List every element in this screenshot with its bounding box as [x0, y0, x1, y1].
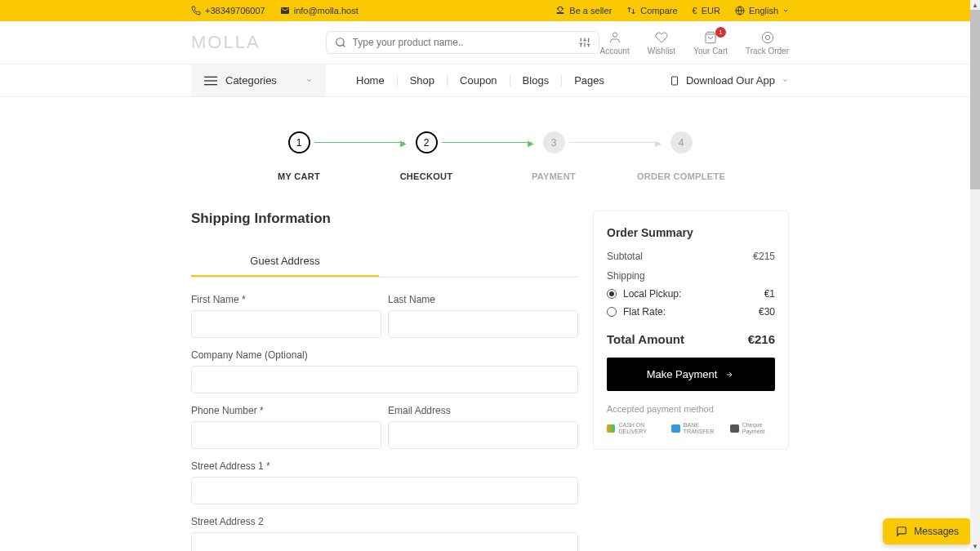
- step-number: 2: [416, 131, 438, 153]
- account-link[interactable]: Account: [600, 30, 630, 56]
- step-number: 3: [543, 131, 565, 153]
- track-label: Track Order: [746, 47, 789, 56]
- compare-link[interactable]: Compare: [626, 6, 677, 16]
- euro-icon: €: [693, 6, 697, 16]
- email-link[interactable]: info@molla.host: [280, 6, 359, 16]
- mail-icon: [280, 6, 290, 16]
- phone-label: Phone Number *: [191, 405, 381, 416]
- shipping-form: Shipping Information Guest Address First…: [191, 211, 578, 551]
- street2-label: Street Address 2: [191, 516, 578, 527]
- nav-shop[interactable]: Shop: [398, 74, 448, 87]
- menu-icon: [204, 76, 217, 86]
- arrow-icon: ▶: [528, 139, 534, 148]
- nav-home[interactable]: Home: [344, 74, 398, 87]
- step-connector: [314, 142, 404, 143]
- shipping-local-pickup[interactable]: Local Pickup: €1: [607, 285, 775, 303]
- main-nav: Categories Home Shop Coupon Blogs Pages …: [0, 64, 980, 97]
- email-input[interactable]: [388, 421, 578, 449]
- download-label: Download Our App: [686, 74, 775, 87]
- option-value: €1: [764, 288, 775, 300]
- shipping-title: Shipping Information: [191, 211, 578, 227]
- messages-button[interactable]: Messages: [883, 518, 972, 544]
- make-payment-button[interactable]: Make Payment: [607, 358, 775, 391]
- seller-icon: [555, 6, 565, 16]
- scroll-thumb[interactable]: [970, 10, 980, 189]
- categories-label: Categories: [225, 74, 277, 87]
- messages-label: Messages: [914, 526, 959, 537]
- step-label: MY CART: [278, 171, 320, 181]
- search-input[interactable]: [353, 37, 572, 48]
- mobile-icon: [670, 74, 679, 87]
- language-selector[interactable]: English: [735, 6, 789, 16]
- track-icon: [761, 31, 774, 44]
- pm-label: Cheque Payment: [742, 422, 775, 434]
- compare-icon: [626, 6, 636, 16]
- search-box[interactable]: [326, 31, 599, 54]
- company-label: Company Name (Optional): [191, 349, 578, 361]
- bank-icon: [671, 424, 679, 433]
- cart-link[interactable]: 1 Your Cart: [693, 30, 728, 56]
- logo-text: MOLLA: [191, 32, 261, 52]
- download-app-link[interactable]: Download Our App: [670, 74, 789, 87]
- chevron-down-icon: [782, 7, 789, 14]
- svg-point-13: [612, 33, 617, 37]
- currency-text: EUR: [702, 6, 720, 16]
- compare-text: Compare: [640, 6, 677, 16]
- nav-pages[interactable]: Pages: [562, 74, 617, 87]
- svg-rect-20: [671, 77, 677, 85]
- scroll-down-icon[interactable]: ▼: [970, 541, 980, 551]
- first-name-input[interactable]: [191, 310, 381, 338]
- subtotal-label: Subtotal: [607, 251, 643, 262]
- nav-blogs[interactable]: Blogs: [510, 74, 563, 87]
- step-checkout[interactable]: 2 CHECKOUT ▶: [363, 131, 490, 181]
- svg-point-2: [336, 38, 343, 46]
- arrow-icon: ▶: [655, 139, 662, 148]
- account-label: Account: [600, 47, 630, 56]
- be-seller-link[interactable]: Be a seller: [555, 6, 612, 16]
- total-label: Total Amount: [607, 332, 684, 346]
- phone-link[interactable]: +38349706007: [191, 6, 265, 16]
- tab-guest-address[interactable]: Guest Address: [191, 247, 379, 277]
- step-number: 4: [670, 131, 693, 153]
- option-value: €30: [759, 306, 775, 318]
- step-connector: [569, 142, 659, 143]
- shipping-flat-rate[interactable]: Flat Rate: €30: [607, 303, 775, 321]
- address-tabs: Guest Address: [191, 247, 578, 278]
- last-name-label: Last Name: [388, 294, 578, 305]
- currency-selector[interactable]: € EUR: [693, 6, 720, 16]
- step-label: CHECKOUT: [400, 171, 453, 181]
- svg-point-15: [762, 32, 773, 42]
- phone-input[interactable]: [191, 421, 381, 449]
- step-label: PAYMENT: [532, 171, 576, 181]
- pm-label: BANK TRANSFER: [684, 422, 719, 434]
- street2-input[interactable]: [191, 532, 578, 551]
- subtotal-value: €215: [753, 251, 775, 262]
- payment-cheque: Cheque Payment: [730, 422, 775, 434]
- step-cart[interactable]: 1 MY CART ▶: [235, 131, 363, 181]
- step-number: 1: [288, 131, 310, 153]
- cheque-icon: [730, 424, 738, 433]
- logo[interactable]: MOLLA: [191, 32, 261, 53]
- svg-point-16: [765, 35, 769, 39]
- option-label: Flat Rate:: [623, 306, 666, 318]
- categories-dropdown[interactable]: Categories: [191, 64, 326, 96]
- street1-input[interactable]: [191, 477, 578, 504]
- chevron-down-icon: [782, 77, 789, 84]
- last-name-input[interactable]: [388, 310, 578, 338]
- globe-icon: [735, 6, 745, 16]
- main-content: Shipping Information Guest Address First…: [0, 211, 980, 551]
- checkout-steps: 1 MY CART ▶ 2 CHECKOUT ▶ 3 PAYMENT ▶ 4 O…: [0, 131, 980, 181]
- step-label: ORDER COMPLETE: [637, 171, 725, 181]
- payment-cod: CASH ON DELIVERY: [607, 422, 660, 434]
- wishlist-link[interactable]: Wishlist: [648, 30, 675, 56]
- scroll-up-icon[interactable]: ▲: [970, 0, 980, 10]
- scrollbar[interactable]: ▲ ▼: [970, 0, 980, 551]
- filter-icon[interactable]: [579, 37, 590, 48]
- track-order-link[interactable]: Track Order: [746, 30, 789, 56]
- nav-coupon[interactable]: Coupon: [448, 74, 510, 87]
- company-input[interactable]: [191, 366, 578, 393]
- phone-text: +38349706007: [205, 6, 265, 16]
- step-complete: 4 ORDER COMPLETE: [617, 131, 745, 181]
- first-name-label: First Name *: [191, 294, 381, 305]
- user-icon: [608, 31, 621, 44]
